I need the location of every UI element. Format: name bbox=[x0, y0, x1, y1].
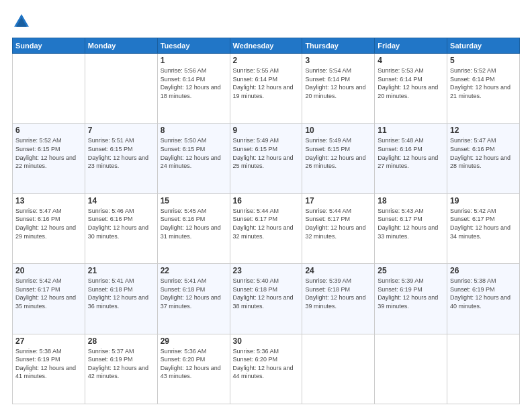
calendar-day-cell: 2Sunrise: 5:55 AMSunset: 6:14 PMDaylight… bbox=[230, 54, 302, 124]
day-info: Sunrise: 5:46 AMSunset: 6:16 PMDaylight:… bbox=[88, 207, 154, 240]
calendar-week-row: 1Sunrise: 5:56 AMSunset: 6:14 PMDaylight… bbox=[13, 54, 520, 124]
calendar-day-cell bbox=[302, 334, 375, 404]
calendar-day-cell: 12Sunrise: 5:47 AMSunset: 6:16 PMDayligh… bbox=[447, 124, 520, 193]
day-number: 18 bbox=[378, 196, 444, 205]
day-number: 16 bbox=[233, 196, 300, 205]
day-info: Sunrise: 5:39 AMSunset: 6:19 PMDaylight:… bbox=[378, 277, 444, 310]
day-info: Sunrise: 5:43 AMSunset: 6:17 PMDaylight:… bbox=[378, 207, 444, 240]
day-info: Sunrise: 5:40 AMSunset: 6:18 PMDaylight:… bbox=[233, 277, 300, 310]
day-info: Sunrise: 5:36 AMSunset: 6:20 PMDaylight:… bbox=[233, 347, 300, 381]
day-info: Sunrise: 5:54 AMSunset: 6:14 PMDaylight:… bbox=[305, 66, 371, 100]
day-info: Sunrise: 5:42 AMSunset: 6:17 PMDaylight:… bbox=[450, 207, 517, 240]
calendar-day-cell: 26Sunrise: 5:38 AMSunset: 6:19 PMDayligh… bbox=[447, 264, 520, 334]
day-number: 22 bbox=[161, 266, 227, 275]
calendar-week-row: 20Sunrise: 5:42 AMSunset: 6:17 PMDayligh… bbox=[13, 264, 520, 334]
day-info: Sunrise: 5:44 AMSunset: 6:17 PMDaylight:… bbox=[305, 207, 371, 240]
day-number: 2 bbox=[233, 56, 300, 65]
calendar-day-cell: 16Sunrise: 5:44 AMSunset: 6:17 PMDayligh… bbox=[230, 193, 302, 263]
calendar-day-cell: 5Sunrise: 5:52 AMSunset: 6:14 PMDaylight… bbox=[447, 54, 520, 124]
day-info: Sunrise: 5:41 AMSunset: 6:18 PMDaylight:… bbox=[88, 277, 154, 310]
day-info: Sunrise: 5:44 AMSunset: 6:17 PMDaylight:… bbox=[233, 207, 300, 240]
day-number: 11 bbox=[378, 126, 444, 135]
day-number: 15 bbox=[161, 196, 227, 205]
calendar-day-cell: 22Sunrise: 5:41 AMSunset: 6:18 PMDayligh… bbox=[157, 264, 230, 334]
day-number: 25 bbox=[378, 266, 444, 275]
calendar-day-cell: 27Sunrise: 5:38 AMSunset: 6:19 PMDayligh… bbox=[13, 334, 85, 404]
weekday-header: Monday bbox=[85, 38, 157, 54]
calendar-day-cell: 23Sunrise: 5:40 AMSunset: 6:18 PMDayligh… bbox=[230, 264, 302, 334]
day-number: 21 bbox=[88, 266, 154, 275]
calendar-body: 1Sunrise: 5:56 AMSunset: 6:14 PMDaylight… bbox=[13, 54, 520, 404]
calendar-day-cell: 25Sunrise: 5:39 AMSunset: 6:19 PMDayligh… bbox=[375, 264, 447, 334]
calendar-day-cell bbox=[375, 334, 447, 404]
day-info: Sunrise: 5:56 AMSunset: 6:14 PMDaylight:… bbox=[161, 66, 227, 100]
day-number: 13 bbox=[15, 196, 82, 205]
day-info: Sunrise: 5:49 AMSunset: 6:15 PMDaylight:… bbox=[305, 136, 371, 170]
calendar-day-cell: 18Sunrise: 5:43 AMSunset: 6:17 PMDayligh… bbox=[375, 193, 447, 263]
calendar-day-cell: 30Sunrise: 5:36 AMSunset: 6:20 PMDayligh… bbox=[230, 334, 302, 404]
calendar-day-cell: 24Sunrise: 5:39 AMSunset: 6:18 PMDayligh… bbox=[302, 264, 375, 334]
calendar-day-cell: 17Sunrise: 5:44 AMSunset: 6:17 PMDayligh… bbox=[302, 193, 375, 263]
calendar-table: SundayMondayTuesdayWednesdayThursdayFrid… bbox=[12, 38, 520, 404]
day-number: 9 bbox=[233, 126, 300, 135]
day-info: Sunrise: 5:38 AMSunset: 6:19 PMDaylight:… bbox=[15, 347, 82, 381]
calendar-day-cell: 6Sunrise: 5:52 AMSunset: 6:15 PMDaylight… bbox=[13, 124, 85, 193]
day-info: Sunrise: 5:37 AMSunset: 6:19 PMDaylight:… bbox=[88, 347, 154, 381]
weekday-header: Tuesday bbox=[157, 38, 230, 54]
day-info: Sunrise: 5:48 AMSunset: 6:16 PMDaylight:… bbox=[378, 136, 444, 170]
calendar-day-cell: 8Sunrise: 5:50 AMSunset: 6:15 PMDaylight… bbox=[157, 124, 230, 193]
day-info: Sunrise: 5:50 AMSunset: 6:15 PMDaylight:… bbox=[161, 136, 227, 170]
day-number: 24 bbox=[305, 266, 371, 275]
day-number: 29 bbox=[161, 336, 227, 346]
day-info: Sunrise: 5:42 AMSunset: 6:17 PMDaylight:… bbox=[15, 277, 82, 310]
day-info: Sunrise: 5:47 AMSunset: 6:16 PMDaylight:… bbox=[450, 136, 517, 170]
calendar-day-cell: 10Sunrise: 5:49 AMSunset: 6:15 PMDayligh… bbox=[302, 124, 375, 193]
day-info: Sunrise: 5:52 AMSunset: 6:15 PMDaylight:… bbox=[15, 136, 82, 170]
calendar-day-cell bbox=[447, 334, 520, 404]
day-number: 30 bbox=[233, 336, 300, 346]
day-number: 4 bbox=[378, 56, 444, 65]
calendar-day-cell: 4Sunrise: 5:53 AMSunset: 6:14 PMDaylight… bbox=[375, 54, 447, 124]
day-info: Sunrise: 5:47 AMSunset: 6:16 PMDaylight:… bbox=[15, 207, 82, 240]
day-number: 23 bbox=[233, 266, 300, 275]
weekday-row: SundayMondayTuesdayWednesdayThursdayFrid… bbox=[13, 38, 520, 54]
calendar-day-cell: 29Sunrise: 5:36 AMSunset: 6:20 PMDayligh… bbox=[157, 334, 230, 404]
calendar-week-row: 27Sunrise: 5:38 AMSunset: 6:19 PMDayligh… bbox=[13, 334, 520, 404]
day-info: Sunrise: 5:53 AMSunset: 6:14 PMDaylight:… bbox=[378, 66, 444, 100]
page: SundayMondayTuesdayWednesdayThursdayFrid… bbox=[0, 0, 532, 411]
day-info: Sunrise: 5:45 AMSunset: 6:16 PMDaylight:… bbox=[161, 207, 227, 240]
day-info: Sunrise: 5:55 AMSunset: 6:14 PMDaylight:… bbox=[233, 66, 300, 100]
calendar-day-cell: 9Sunrise: 5:49 AMSunset: 6:15 PMDaylight… bbox=[230, 124, 302, 193]
calendar-day-cell: 11Sunrise: 5:48 AMSunset: 6:16 PMDayligh… bbox=[375, 124, 447, 193]
day-number: 27 bbox=[15, 336, 82, 346]
weekday-header: Wednesday bbox=[230, 38, 302, 54]
day-info: Sunrise: 5:52 AMSunset: 6:14 PMDaylight:… bbox=[450, 66, 517, 100]
day-number: 12 bbox=[450, 126, 517, 135]
day-number: 3 bbox=[305, 56, 371, 65]
calendar-week-row: 13Sunrise: 5:47 AMSunset: 6:16 PMDayligh… bbox=[13, 193, 520, 263]
calendar-day-cell: 3Sunrise: 5:54 AMSunset: 6:14 PMDaylight… bbox=[302, 54, 375, 124]
day-info: Sunrise: 5:41 AMSunset: 6:18 PMDaylight:… bbox=[161, 277, 227, 310]
day-info: Sunrise: 5:38 AMSunset: 6:19 PMDaylight:… bbox=[450, 277, 517, 310]
calendar-day-cell bbox=[13, 54, 85, 124]
calendar-day-cell bbox=[85, 54, 157, 124]
day-number: 19 bbox=[450, 196, 517, 205]
header bbox=[12, 12, 520, 31]
weekday-header: Thursday bbox=[302, 38, 375, 54]
calendar-day-cell: 21Sunrise: 5:41 AMSunset: 6:18 PMDayligh… bbox=[85, 264, 157, 334]
calendar-week-row: 6Sunrise: 5:52 AMSunset: 6:15 PMDaylight… bbox=[13, 124, 520, 193]
day-number: 1 bbox=[161, 56, 227, 65]
calendar-day-cell: 28Sunrise: 5:37 AMSunset: 6:19 PMDayligh… bbox=[85, 334, 157, 404]
day-number: 14 bbox=[88, 196, 154, 205]
day-number: 10 bbox=[305, 126, 371, 135]
day-number: 7 bbox=[88, 126, 154, 135]
calendar-day-cell: 15Sunrise: 5:45 AMSunset: 6:16 PMDayligh… bbox=[157, 193, 230, 263]
day-info: Sunrise: 5:36 AMSunset: 6:20 PMDaylight:… bbox=[161, 347, 227, 381]
calendar-header: SundayMondayTuesdayWednesdayThursdayFrid… bbox=[13, 38, 520, 54]
calendar-day-cell: 19Sunrise: 5:42 AMSunset: 6:17 PMDayligh… bbox=[447, 193, 520, 263]
weekday-header: Sunday bbox=[13, 38, 85, 54]
day-number: 26 bbox=[450, 266, 517, 275]
day-info: Sunrise: 5:39 AMSunset: 6:18 PMDaylight:… bbox=[305, 277, 371, 310]
calendar-day-cell: 14Sunrise: 5:46 AMSunset: 6:16 PMDayligh… bbox=[85, 193, 157, 263]
day-number: 17 bbox=[305, 196, 371, 205]
